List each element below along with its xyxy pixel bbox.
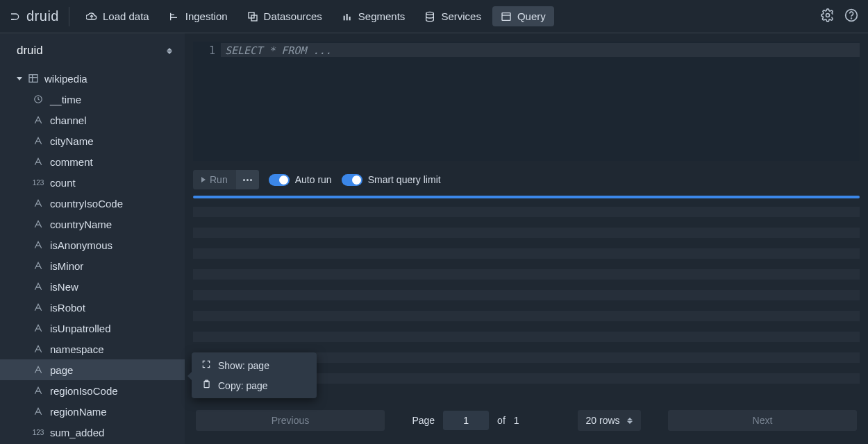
results-row [193,311,860,321]
svg-rect-3 [346,14,347,20]
schema-selector[interactable]: druid [0,33,185,68]
editor-gutter: 1 [193,42,221,161]
smart-limit-label: Smart query limit [368,174,441,185]
column-item[interactable]: isUnpatrolled [0,318,185,339]
column-item[interactable]: 123sum_added [0,422,185,443]
column-item[interactable]: namespace [0,339,185,359]
text-icon [32,198,44,208]
results-row [193,342,860,352]
column-item[interactable]: regionIsoCode [0,380,185,401]
sql-editor[interactable]: 1 SELECT * FROM ... [193,42,860,161]
auto-run-toggle[interactable] [269,174,290,186]
brand-name: druid [26,8,59,24]
column-label: __time [50,94,81,105]
svg-rect-10 [29,75,37,83]
text-icon [32,407,44,416]
next-label: Next [753,415,773,426]
column-item[interactable]: channel [0,110,185,130]
column-item[interactable]: 123count [0,172,185,193]
nav-query[interactable]: Query [492,6,554,26]
text-icon [32,115,44,125]
results-row [193,321,860,332]
svg-point-9 [851,18,852,19]
smart-limit-toggle[interactable] [342,174,362,186]
nav-services[interactable]: Services [416,6,490,26]
run-toolbar: Run Auto run Smart query limit [193,161,860,191]
results-pager: Previous Page of 1 20 rows Next [193,405,860,436]
run-button[interactable]: Run [193,170,236,189]
text-icon [32,302,44,312]
column-item[interactable]: cityName [0,130,185,151]
svg-point-7 [826,14,830,17]
text-icon [32,386,44,395]
results-row [193,248,860,259]
previous-page-button[interactable]: Previous [196,410,385,431]
rows-label: 20 rows [586,415,620,426]
next-page-button[interactable]: Next [668,410,857,431]
fullscreen-icon [201,359,211,371]
column-item[interactable]: page [0,359,185,380]
column-item[interactable]: countryName [0,214,185,234]
total-pages: 1 [514,415,519,426]
text-icon [32,157,44,166]
run-options-button[interactable] [236,170,259,189]
rows-per-page-select[interactable]: 20 rows [578,410,641,431]
column-item[interactable]: comment [0,151,185,172]
text-icon [32,282,44,291]
more-icon [243,179,252,181]
nav-ingestion[interactable]: Ingestion [160,6,236,26]
table-icon [28,73,39,84]
column-label: isRobot [50,302,85,314]
settings-icon[interactable] [821,8,835,24]
nav-label: Datasources [264,10,322,22]
results-row [193,207,860,217]
text-icon [32,365,44,375]
svg-point-5 [426,12,434,15]
column-label: isAnonymous [50,239,112,251]
help-icon[interactable] [844,8,858,24]
column-item[interactable]: isNew [0,276,185,297]
column-label: countryIsoCode [50,198,123,210]
column-label: isMinor [50,260,83,272]
editor-textarea[interactable]: SELECT * FROM ... [221,42,860,161]
column-label: isNew [50,281,78,293]
context-show-column[interactable]: Show: page [192,355,317,375]
column-item[interactable]: isAnonymous [0,234,185,255]
column-context-menu: Show: page Copy: page [192,352,317,398]
number-icon: 123 [32,429,44,436]
column-label: isUnpatrolled [50,323,111,334]
context-copy-column[interactable]: Copy: page [192,375,317,395]
schema-sidebar: druid wikipedia __timechannelcityNamecom… [0,33,185,444]
nav-load-data[interactable]: Load data [78,6,158,26]
page-label: Page [412,415,435,426]
nav-segments[interactable]: Segments [333,6,414,26]
brand-logo[interactable]: druid [10,7,69,26]
upload-icon [86,11,97,22]
column-item[interactable]: isRobot [0,297,185,318]
clock-icon [32,94,44,104]
of-label: of [497,415,506,426]
text-icon [32,136,44,146]
app-header: druid Load data Ingestion Datasources Se… [0,0,868,33]
primary-nav: Load data Ingestion Datasources Segments… [78,6,554,26]
nav-datasources[interactable]: Datasources [239,6,331,26]
run-label: Run [210,174,228,185]
datasource-node[interactable]: wikipedia [0,68,185,89]
text-icon [32,219,44,229]
nav-label: Ingestion [185,10,228,22]
page-input[interactable] [443,411,489,430]
auto-run-label: Auto run [295,174,332,185]
results-row [193,228,860,238]
select-caret-icon [627,418,633,424]
query-progress-bar [193,196,860,198]
schema-tree: wikipedia __timechannelcityNamecomment12… [0,68,185,444]
results-row [193,300,860,311]
column-label: page [50,364,73,376]
column-label: channel [50,114,87,126]
text-icon [32,344,44,354]
column-item[interactable]: regionName [0,401,185,422]
svg-rect-2 [343,15,344,20]
column-item[interactable]: __time [0,89,185,110]
column-item[interactable]: isMinor [0,255,185,276]
column-item[interactable]: countryIsoCode [0,193,185,214]
